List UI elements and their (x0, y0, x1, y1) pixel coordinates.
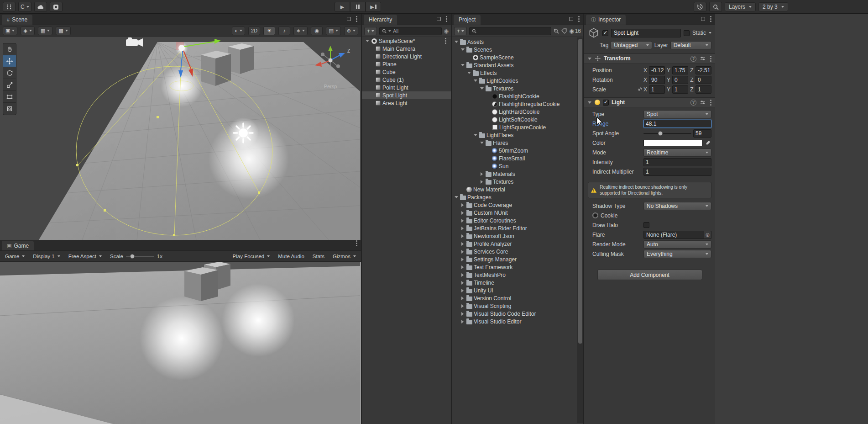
scale-link-icon[interactable] (637, 86, 643, 93)
hidden-objects-button[interactable]: ◉ (311, 26, 323, 35)
foldout-triangle[interactable] (460, 203, 465, 207)
project-item[interactable]: Settings Manager (452, 255, 583, 263)
panel-menu-icon[interactable] (710, 18, 711, 20)
foldout-triangle[interactable] (460, 234, 465, 238)
foldout-triangle[interactable] (466, 72, 471, 74)
eyedropper-icon[interactable] (704, 139, 711, 147)
project-item[interactable]: Textures (452, 85, 583, 92)
history-icon[interactable] (694, 2, 706, 12)
flare-object-field[interactable]: None (Flare) ◎ (643, 231, 711, 239)
hierarchy-root-row[interactable]: SampleScene* (362, 37, 451, 45)
hierarchy-item[interactable]: Spot Light (362, 91, 451, 99)
game-view-menu-dropdown[interactable]: Game (1, 251, 29, 262)
foldout-triangle[interactable] (460, 281, 465, 285)
project-scrollbar[interactable] (577, 37, 583, 423)
presets-icon[interactable] (700, 56, 706, 61)
project-item[interactable]: Flares (452, 139, 583, 147)
mute-audio-button[interactable]: Mute Audio (274, 251, 309, 262)
project-item[interactable]: TextMeshPro (452, 271, 583, 279)
foldout-triangle[interactable] (460, 297, 465, 300)
project-item[interactable]: FlareSmall (452, 154, 583, 162)
version-control-button[interactable]: C (18, 2, 31, 12)
indirect-multiplier-field[interactable]: 1 (643, 168, 711, 176)
foldout-triangle[interactable] (460, 219, 465, 223)
project-item[interactable]: Visual Scripting (452, 302, 583, 310)
transform-row-label[interactable]: Rotation (588, 77, 643, 83)
light-range-label[interactable]: Range (588, 121, 643, 127)
project-search-input[interactable] (469, 27, 551, 35)
light-mode-dropdown[interactable]: Realtime (643, 148, 711, 157)
tab-project[interactable]: Project (454, 15, 481, 25)
stats-button[interactable]: Stats (309, 251, 329, 262)
foldout-triangle[interactable] (460, 242, 465, 246)
project-item[interactable]: Packages (452, 193, 583, 201)
axis-z-cone[interactable] (339, 53, 345, 58)
transform-y-field[interactable]: 1 (672, 85, 688, 94)
project-item[interactable]: SampleScene (452, 53, 583, 61)
project-item[interactable]: Editor Coroutines (452, 217, 583, 224)
axis-y-cone[interactable] (328, 46, 333, 51)
draw-halo-label[interactable]: Draw Halo (588, 222, 643, 228)
light-mode-label[interactable]: Mode (588, 149, 643, 156)
spot-angle-field[interactable]: 59 (693, 129, 711, 138)
panel-maximize-icon[interactable] (437, 17, 441, 21)
project-item[interactable]: LightSquareCookie (452, 123, 583, 131)
draw-mode-button[interactable]: ◐ (232, 26, 245, 35)
display-dropdown[interactable]: Display 1 (29, 251, 64, 262)
transform-y-field[interactable]: 1.75 (672, 66, 688, 74)
gizmos-dropdown[interactable]: Gizmos (329, 251, 360, 262)
hidden-count-eye-icon[interactable]: ◉ (569, 28, 574, 34)
culling-mask-label[interactable]: Culling Mask (588, 251, 643, 257)
spot-angle-slider[interactable] (643, 129, 691, 138)
project-item[interactable]: Visual Studio Editor (452, 318, 583, 325)
tab-inspector[interactable]: ⓘ Inspector (586, 15, 626, 25)
tag-dropdown[interactable]: Untagged (611, 41, 652, 49)
light-type-dropdown[interactable]: Spot (643, 110, 711, 118)
transform-z-field[interactable]: 1 (695, 85, 711, 94)
hierarchy-item[interactable]: Plane (362, 60, 451, 68)
tool-settings-button[interactable]: ▣ (3, 26, 17, 35)
scene-options-icon[interactable] (445, 40, 446, 42)
component-menu-icon[interactable] (710, 102, 711, 103)
render-mode-label[interactable]: Render Mode (588, 241, 643, 248)
point-light-gizmo[interactable] (228, 117, 259, 148)
scene-visibility-icon[interactable]: ◉ (444, 28, 449, 34)
camera-settings-button[interactable]: ▤ (326, 26, 340, 35)
hierarchy-item[interactable]: Cube (1) (362, 76, 451, 84)
project-item[interactable]: Unity UI (452, 286, 583, 294)
project-item[interactable]: LightHardCookie (452, 108, 583, 116)
hierarchy-item[interactable]: Main Camera (362, 45, 451, 53)
light-range-field[interactable]: 48.1 (643, 120, 711, 128)
panel-maximize-icon[interactable] (701, 17, 705, 21)
create-asset-button[interactable]: + (454, 27, 467, 35)
shadow-type-label[interactable]: Shadow Type (588, 203, 643, 209)
help-icon[interactable]: ? (690, 100, 696, 106)
foldout-triangle[interactable] (460, 273, 465, 277)
object-picker-icon[interactable]: ◎ (704, 231, 711, 238)
tab-game[interactable]: ▣ Game (2, 241, 34, 250)
light-type-label[interactable]: Type (588, 111, 643, 117)
pause-button[interactable] (350, 2, 366, 12)
rect-tool-button[interactable] (3, 91, 16, 103)
scale-tool-button[interactable] (3, 79, 16, 91)
foldout-triangle[interactable] (587, 58, 592, 60)
render-mode-dropdown[interactable]: Auto (643, 240, 711, 249)
scrollbar-thumb[interactable] (578, 39, 582, 344)
scene-3d-viewport[interactable]: Z Persp (0, 37, 361, 240)
projection-mode-label[interactable]: Persp (305, 84, 356, 89)
grid-menu-icon[interactable] (3, 2, 16, 12)
help-icon[interactable]: ? (690, 56, 696, 62)
gizmos-visibility-button[interactable]: ⊕ (344, 26, 358, 35)
project-item[interactable]: Standard Assets (452, 61, 583, 69)
slider-knob[interactable] (658, 131, 663, 136)
project-item[interactable]: New Material (452, 186, 583, 193)
project-item[interactable]: FlashlightCookie (452, 92, 583, 100)
tab-hierarchy[interactable]: Hierarchy (364, 15, 397, 25)
foldout-triangle[interactable] (473, 134, 478, 136)
foldout-triangle[interactable] (454, 41, 459, 43)
scale-slider-knob[interactable] (130, 254, 135, 259)
transform-x-field[interactable]: 1 (649, 85, 665, 94)
search-by-type-icon[interactable] (554, 28, 559, 34)
object-name-field[interactable]: Spot Light (611, 29, 681, 37)
foldout-triangle[interactable] (479, 172, 484, 176)
